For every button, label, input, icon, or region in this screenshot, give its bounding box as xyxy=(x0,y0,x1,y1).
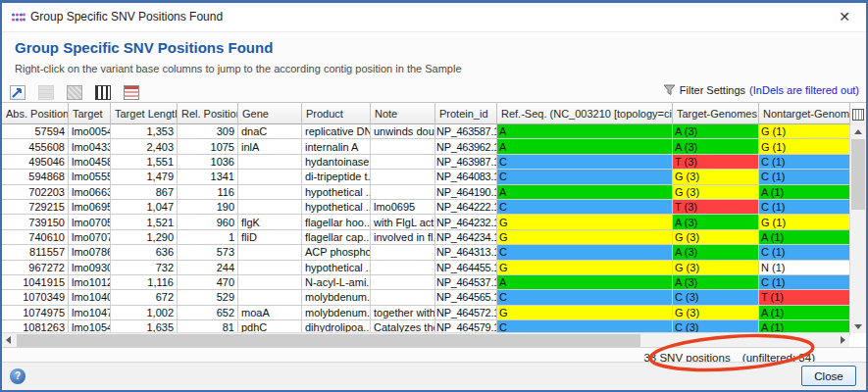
cell-length[interactable]: 732 xyxy=(111,261,178,275)
cell-rel[interactable]: 1075 xyxy=(178,139,238,154)
column-header[interactable]: Nontarget-Genomes ... xyxy=(759,103,850,124)
cell-rel[interactable]: 1 xyxy=(178,230,238,245)
cell-nontarget_nt[interactable]: T (1) xyxy=(759,290,850,305)
column-header[interactable]: Ref.-Seq. (NC_003210 [topology=circul... xyxy=(497,103,673,124)
cell-product[interactable]: flagellar hoo... xyxy=(302,215,371,229)
cell-rel[interactable]: 470 xyxy=(178,275,238,290)
table-row[interactable]: 740610lmo07071,2901fliDflagellar cap...i… xyxy=(2,230,850,245)
column-header[interactable]: Target xyxy=(69,103,111,124)
cell-gene[interactable] xyxy=(238,170,302,184)
cell-rel[interactable]: 190 xyxy=(178,200,238,215)
scroll-left-icon[interactable] xyxy=(6,336,11,344)
table-row[interactable]: 967272lmo0930732244hypothetical ...NP_46… xyxy=(2,261,850,275)
cell-note[interactable]: lmo0695 xyxy=(371,200,435,215)
cell-note[interactable]: together with... xyxy=(371,306,435,320)
cell-nontarget_nt[interactable]: C (1) xyxy=(759,245,850,260)
cell-length[interactable]: 672 xyxy=(111,290,178,305)
column-header[interactable]: Product xyxy=(302,103,371,124)
cell-target_nt[interactable]: G (3) xyxy=(673,230,759,245)
cell-target_nt[interactable]: C (3) xyxy=(673,290,759,305)
cell-protein[interactable]: NP_464313.1 xyxy=(435,245,497,260)
column-header[interactable]: Target-Genomes... xyxy=(673,103,759,124)
cell-nontarget_nt[interactable]: C (1) xyxy=(759,170,850,184)
vertical-scrollbar[interactable] xyxy=(849,125,866,333)
cell-note[interactable] xyxy=(371,139,435,154)
table-row[interactable]: 57594lmo00541,353309dnaCreplicative DN..… xyxy=(2,124,850,139)
cell-abs[interactable]: 495046 xyxy=(2,155,69,170)
cell-protein[interactable]: NP_463962.1 xyxy=(435,139,497,154)
cell-target_nt[interactable]: G (3) xyxy=(673,170,759,184)
cell-ref[interactable]: A xyxy=(497,139,673,154)
cell-gene[interactable] xyxy=(238,275,302,290)
cell-target_nt[interactable]: A (3) xyxy=(673,245,759,260)
cell-product[interactable]: di-tripeptide t... xyxy=(302,170,371,184)
cell-abs[interactable]: 57594 xyxy=(2,124,69,139)
cell-note[interactable]: involved in fl... xyxy=(371,230,435,245)
table-row[interactable]: 455608lmo04332,4031075inlAinternalin ANP… xyxy=(2,139,850,154)
cell-nontarget_nt[interactable]: N (1) xyxy=(759,261,850,275)
cell-target[interactable]: lmo1012 xyxy=(69,275,111,290)
cell-product[interactable]: molybdenum... xyxy=(302,290,371,305)
cell-protein[interactable]: NP_464190.1 xyxy=(435,185,497,200)
table-row[interactable]: 729215lmo06951,047190hypothetical ...lmo… xyxy=(2,200,850,215)
cell-length[interactable]: 1,353 xyxy=(111,124,178,139)
cell-protein[interactable]: NP_464455.1 xyxy=(435,261,497,275)
cell-target_nt[interactable]: A (3) xyxy=(673,124,759,139)
cell-ref[interactable]: A xyxy=(497,124,673,139)
cell-note[interactable] xyxy=(371,245,435,260)
cell-rel[interactable]: 573 xyxy=(178,245,238,260)
cell-product[interactable]: N-acyl-L-ami... xyxy=(302,275,371,290)
cell-protein[interactable]: NP_464232.1 xyxy=(435,215,497,229)
cell-abs[interactable]: 455608 xyxy=(2,139,69,154)
cell-target[interactable]: lmo0707 xyxy=(69,230,111,245)
cell-product[interactable]: hypothetical ... xyxy=(302,185,371,200)
help-icon[interactable]: ? xyxy=(10,368,26,384)
cell-note[interactable] xyxy=(371,155,435,170)
cell-ref[interactable]: A xyxy=(497,275,673,290)
cell-protein[interactable]: NP_463987.1 xyxy=(435,155,497,170)
cell-ref[interactable]: G xyxy=(497,261,673,275)
cell-ref[interactable]: C xyxy=(497,290,673,305)
scroll-up-icon[interactable] xyxy=(854,129,862,134)
cell-target[interactable]: lmo0930 xyxy=(69,261,111,275)
vertical-scrollbar-thumb[interactable] xyxy=(851,139,865,210)
column-header[interactable]: Rel. Position xyxy=(178,103,238,124)
highlight-rows-button[interactable] xyxy=(123,84,140,101)
cell-length[interactable]: 1,290 xyxy=(111,230,178,245)
cell-length[interactable]: 1,479 xyxy=(111,170,178,184)
cell-gene[interactable] xyxy=(238,200,302,215)
cell-target_nt[interactable]: A (3) xyxy=(673,215,759,229)
cell-protein[interactable]: NP_464565.1 xyxy=(435,290,497,305)
cell-protein[interactable]: NP_464572.1 xyxy=(435,306,497,320)
cell-abs[interactable]: 702203 xyxy=(2,185,69,200)
horizontal-scrollbar-thumb[interactable] xyxy=(17,334,640,347)
cell-ref[interactable]: C xyxy=(497,245,673,260)
cell-abs[interactable]: 729215 xyxy=(2,200,69,215)
cell-abs[interactable]: 1070349 xyxy=(2,290,69,305)
cell-ref[interactable]: C xyxy=(497,155,673,170)
cell-target[interactable]: lmo0663 xyxy=(69,185,111,200)
cell-gene[interactable]: fliD xyxy=(238,230,302,245)
copy-table-button[interactable] xyxy=(37,84,55,101)
cell-target_nt[interactable]: A (3) xyxy=(673,275,759,290)
cell-target[interactable]: lmo0433 xyxy=(69,139,111,154)
cell-target_nt[interactable]: T (3) xyxy=(673,200,759,215)
column-header[interactable]: Note xyxy=(371,103,435,124)
cell-gene[interactable] xyxy=(238,185,302,200)
table-row[interactable]: 702203lmo0663867116hypothetical ...NP_46… xyxy=(2,185,850,200)
cell-product[interactable]: hypothetical ... xyxy=(302,261,371,275)
close-icon[interactable]: ✕ xyxy=(836,8,853,25)
matrix-view-button[interactable] xyxy=(66,84,83,101)
cell-protein[interactable]: NP_464234.1 xyxy=(435,230,497,245)
cell-rel[interactable]: 529 xyxy=(178,290,238,305)
filter-settings[interactable]: Filter Settings (InDels are filtered out… xyxy=(663,84,859,96)
cell-target_nt[interactable]: G (3) xyxy=(673,185,759,200)
cell-ref[interactable]: A xyxy=(497,185,673,200)
cell-nontarget_nt[interactable]: C (1) xyxy=(759,155,850,170)
cell-protein[interactable]: NP_464222.1 xyxy=(435,200,497,215)
close-button[interactable]: Close xyxy=(801,366,856,386)
cell-target[interactable]: lmo0786 xyxy=(69,245,111,260)
cell-length[interactable]: 1,116 xyxy=(111,275,178,290)
table-settings-button[interactable] xyxy=(849,103,866,126)
table-row[interactable]: 1041915lmo10121,116470N-acyl-L-ami...NP_… xyxy=(2,275,850,290)
